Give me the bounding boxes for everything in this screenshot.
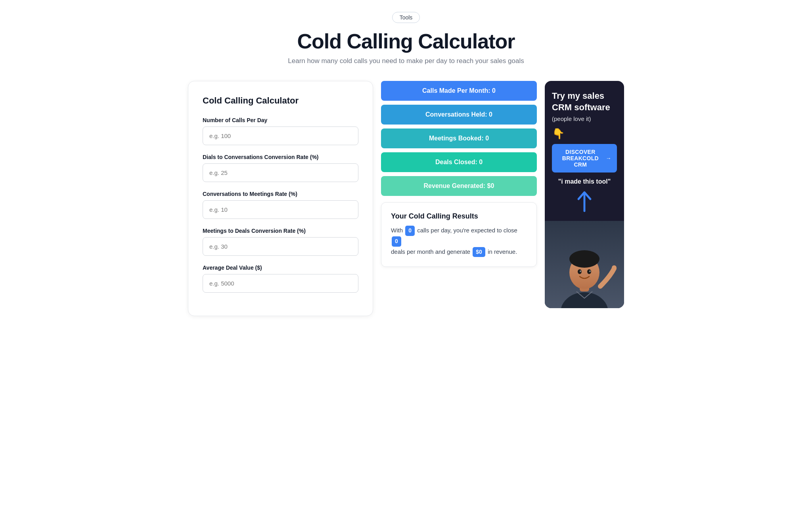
ad-quote: "i made this tool" <box>552 178 617 185</box>
ad-main-text: Try my sales CRM software <box>552 90 617 113</box>
content-area: Cold Calling Calculator Number of Calls … <box>188 81 624 316</box>
tools-badge: Tools <box>392 12 420 23</box>
input-meetings-to-deals[interactable] <box>203 237 358 256</box>
svg-point-10 <box>612 265 617 270</box>
summary-revenue-value: $0 <box>473 247 485 257</box>
bar-meetings-booked: Meetings Booked: 0 <box>381 128 537 148</box>
discover-crm-button[interactable]: DISCOVER BREAKCOLD CRM → <box>552 144 617 173</box>
input-conversations-to-meetings[interactable] <box>203 200 358 219</box>
input-avg-deal-value[interactable] <box>203 274 358 293</box>
page-title: Cold Calling Calculator <box>188 29 624 53</box>
svg-point-5 <box>569 250 599 268</box>
bar-revenue-generated: Revenue Generated: $0 <box>381 176 537 196</box>
top-badge-container: Tools <box>188 12 624 23</box>
summary-suffix-pre: deals per month and generate <box>391 248 470 255</box>
field-conversations-to-meetings: Conversations to Meetings Rate (%) <box>203 191 358 219</box>
calculator-card: Cold Calling Calculator Number of Calls … <box>188 81 373 316</box>
ad-hand-emoji: 👇 <box>552 128 617 140</box>
label-avg-deal-value: Average Deal Value ($) <box>203 265 358 271</box>
results-summary: Your Cold Calling Results With 0 calls p… <box>381 202 537 267</box>
calculator-card-title: Cold Calling Calculator <box>203 96 358 106</box>
bar-calls-per-month: Calls Made Per Month: 0 <box>381 81 537 101</box>
sidebar-ad: Try my sales CRM software (people love i… <box>545 81 624 308</box>
ad-button-arrow: → <box>606 155 611 161</box>
ad-button-label: DISCOVER BREAKCOLD CRM <box>557 149 603 168</box>
summary-suffix: in revenue. <box>488 248 517 255</box>
label-calls-per-day: Number of Calls Per Day <box>203 117 358 123</box>
page-wrapper: Tools Cold Calling Calculator Learn how … <box>188 12 624 316</box>
results-column: Calls Made Per Month: 0 Conversations He… <box>381 81 537 267</box>
label-dials-to-conversations: Dials to Conversations Conversion Rate (… <box>203 154 358 160</box>
input-dials-to-conversations[interactable] <box>203 163 358 182</box>
field-dials-to-conversations: Dials to Conversations Conversion Rate (… <box>203 154 358 182</box>
ad-person-image <box>545 221 624 308</box>
bar-deals-closed: Deals Closed: 0 <box>381 152 537 172</box>
page-subtitle: Learn how many cold calls you need to ma… <box>188 57 624 65</box>
label-meetings-to-deals: Meetings to Deals Conversion Rate (%) <box>203 228 358 234</box>
field-meetings-to-deals: Meetings to Deals Conversion Rate (%) <box>203 228 358 256</box>
summary-text: With 0 calls per day, you're expected to… <box>391 225 527 257</box>
ad-sub-text: (people love it) <box>552 115 617 122</box>
bar-conversations-held: Conversations Held: 0 <box>381 105 537 125</box>
field-calls-per-day: Number of Calls Per Day <box>203 117 358 145</box>
ad-arrow-icon <box>552 189 617 216</box>
field-avg-deal-value: Average Deal Value ($) <box>203 265 358 293</box>
summary-deals-value: 0 <box>392 236 401 247</box>
summary-calls-value: 0 <box>405 226 415 236</box>
label-conversations-to-meetings: Conversations to Meetings Rate (%) <box>203 191 358 197</box>
svg-point-8 <box>580 270 581 272</box>
ad-text-area: Try my sales CRM software (people love i… <box>545 81 624 221</box>
svg-point-9 <box>589 270 591 272</box>
summary-prefix: With <box>391 227 403 234</box>
summary-title: Your Cold Calling Results <box>391 212 527 220</box>
summary-middle: calls per day, you're expected to close <box>417 227 517 234</box>
input-calls-per-day[interactable] <box>203 127 358 145</box>
